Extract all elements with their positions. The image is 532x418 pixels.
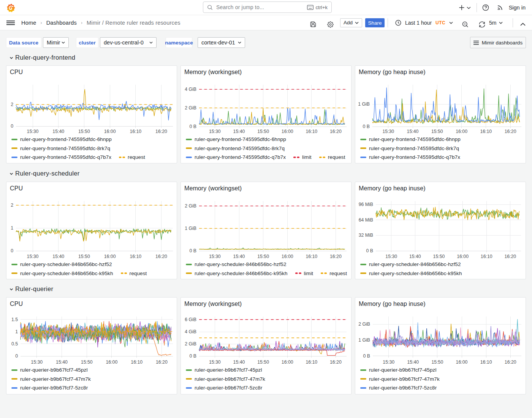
- svg-text:16:10: 16:10: [306, 129, 317, 134]
- svg-text:16:10: 16:10: [481, 254, 492, 259]
- svg-text:16:10: 16:10: [306, 254, 317, 259]
- svg-text:4 GiB: 4 GiB: [185, 87, 196, 92]
- svg-text:1 GiB: 1 GiB: [358, 337, 370, 343]
- svg-text:16:20: 16:20: [330, 129, 342, 134]
- svg-text:15:50: 15:50: [257, 359, 269, 365]
- svg-text:16:20: 16:20: [156, 359, 168, 365]
- svg-text:16:10: 16:10: [480, 129, 492, 134]
- svg-text:0 B: 0 B: [190, 353, 196, 359]
- svg-text:0 B: 0 B: [366, 248, 373, 253]
- svg-text:15:40: 15:40: [52, 254, 64, 259]
- svg-text:15:30: 15:30: [385, 254, 397, 259]
- svg-text:4 GiB: 4 GiB: [185, 329, 196, 334]
- svg-text:16:10: 16:10: [306, 359, 317, 365]
- svg-text:2: 2: [11, 102, 13, 107]
- svg-text:16:00: 16:00: [282, 359, 293, 365]
- svg-text:15:30: 15:30: [31, 359, 43, 365]
- svg-text:16:00: 16:00: [456, 129, 467, 134]
- svg-text:15:30: 15:30: [383, 359, 394, 365]
- svg-text:16:00: 16:00: [104, 254, 116, 259]
- svg-text:16:10: 16:10: [480, 359, 492, 365]
- svg-text:16:10: 16:10: [131, 359, 142, 365]
- svg-text:0: 0: [11, 248, 13, 253]
- svg-text:16:00: 16:00: [106, 359, 118, 365]
- svg-text:15:30: 15:30: [209, 254, 221, 259]
- svg-text:0 B: 0 B: [190, 124, 196, 129]
- svg-text:15:50: 15:50: [78, 254, 90, 259]
- svg-text:15:40: 15:40: [233, 254, 245, 259]
- svg-text:1 GiB: 1 GiB: [358, 101, 370, 107]
- svg-text:6 GiB: 6 GiB: [185, 317, 196, 322]
- svg-text:15:40: 15:40: [407, 359, 419, 365]
- svg-text:0 B: 0 B: [363, 353, 370, 359]
- svg-text:1 GiB: 1 GiB: [185, 226, 196, 231]
- svg-text:15:40: 15:40: [233, 129, 245, 134]
- svg-text:64 MiB: 64 MiB: [359, 217, 373, 223]
- svg-text:15:30: 15:30: [209, 359, 221, 365]
- svg-text:16:00: 16:00: [104, 129, 116, 134]
- svg-text:15:50: 15:50: [431, 129, 443, 134]
- svg-text:15:50: 15:50: [433, 254, 445, 259]
- svg-text:16:20: 16:20: [330, 359, 342, 365]
- svg-text:16:20: 16:20: [504, 254, 516, 259]
- svg-text:15:50: 15:50: [78, 129, 90, 134]
- svg-text:16:20: 16:20: [155, 254, 167, 259]
- svg-text:15:30: 15:30: [27, 129, 39, 134]
- svg-text:15:30: 15:30: [209, 129, 221, 134]
- svg-text:0.5: 0.5: [11, 341, 18, 347]
- svg-text:15:50: 15:50: [257, 129, 269, 134]
- svg-text:15:40: 15:40: [233, 359, 245, 365]
- svg-text:16:00: 16:00: [282, 254, 293, 259]
- svg-text:1: 1: [11, 225, 13, 231]
- svg-text:32 MiB: 32 MiB: [359, 233, 373, 238]
- svg-text:15:40: 15:40: [52, 129, 64, 134]
- svg-text:16:00: 16:00: [457, 254, 469, 259]
- svg-text:15:50: 15:50: [432, 359, 443, 365]
- svg-text:2 GiB: 2 GiB: [185, 203, 196, 209]
- svg-text:1.5: 1.5: [11, 317, 18, 322]
- svg-text:96 MiB: 96 MiB: [359, 202, 373, 207]
- svg-text:0: 0: [15, 353, 18, 359]
- svg-text:16:20: 16:20: [505, 129, 516, 134]
- svg-text:15:50: 15:50: [257, 254, 269, 259]
- svg-text:15:40: 15:40: [407, 129, 419, 134]
- svg-text:16:20: 16:20: [505, 359, 516, 365]
- svg-text:15:30: 15:30: [27, 254, 39, 259]
- svg-text:15:40: 15:40: [56, 359, 68, 365]
- svg-text:16:20: 16:20: [155, 129, 167, 134]
- svg-text:15:30: 15:30: [382, 129, 394, 134]
- svg-text:16:00: 16:00: [456, 359, 468, 365]
- svg-text:2: 2: [11, 203, 13, 208]
- svg-text:2 GiB: 2 GiB: [185, 105, 196, 111]
- svg-text:0 B: 0 B: [363, 124, 370, 129]
- svg-text:16:10: 16:10: [130, 254, 141, 259]
- svg-text:16:10: 16:10: [130, 129, 141, 134]
- svg-text:16:20: 16:20: [330, 254, 342, 259]
- svg-text:16:00: 16:00: [282, 129, 293, 134]
- svg-text:2 GiB: 2 GiB: [185, 341, 196, 347]
- svg-text:1: 1: [15, 329, 18, 334]
- svg-text:15:50: 15:50: [81, 359, 93, 365]
- svg-text:15:40: 15:40: [409, 254, 421, 259]
- svg-text:2 GiB: 2 GiB: [358, 321, 370, 327]
- svg-text:0 B: 0 B: [190, 248, 196, 253]
- svg-text:0: 0: [11, 124, 13, 129]
